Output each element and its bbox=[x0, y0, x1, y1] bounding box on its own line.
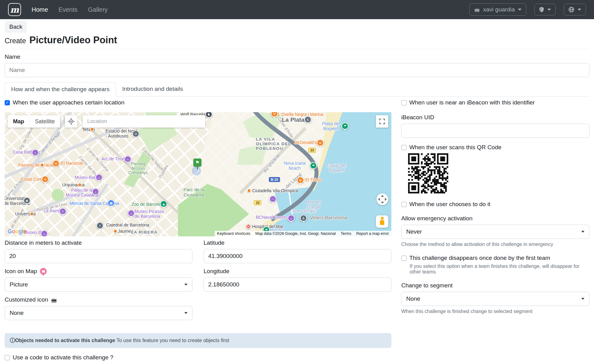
map-type-satellite-button[interactable]: Satellite bbox=[30, 115, 60, 128]
approach-location-checkbox-row[interactable]: When the user approaches certain locatio… bbox=[5, 99, 391, 106]
info-icon: ⓘ bbox=[10, 337, 15, 343]
map-pan-control[interactable] bbox=[377, 193, 388, 205]
title-prefix: Create bbox=[5, 37, 26, 45]
map-marker[interactable]: ⚓ bbox=[304, 116, 312, 123]
metro-station-icon[interactable] bbox=[40, 163, 44, 167]
map-marker[interactable]: ⊙ bbox=[132, 130, 140, 138]
map-label: Moll del Gregal bbox=[306, 200, 321, 210]
fullscreen-button[interactable] bbox=[376, 115, 388, 128]
map-marker[interactable]: ☂ bbox=[342, 123, 349, 130]
emergency-help: Choose the method to allow activation of… bbox=[401, 242, 589, 247]
checkbox-checked[interactable] bbox=[5, 100, 10, 105]
map-marker[interactable]: ∩ bbox=[124, 156, 131, 163]
qr-checkbox-row[interactable]: When the user scans this QR Code bbox=[401, 144, 589, 151]
map-label: LA VILA OLÍMPICA DEL POBLENOU bbox=[256, 137, 291, 151]
map-pin-camera-icon bbox=[40, 268, 47, 275]
use-code-checkbox-row[interactable]: Use a code to activate this challenge ? bbox=[5, 354, 391, 361]
map-type-map-button[interactable]: Map bbox=[8, 115, 29, 128]
map-marker[interactable]: Ψ bbox=[297, 177, 304, 184]
ibeacon-checkbox-row[interactable]: When user is near an iBeacon with this i… bbox=[401, 99, 589, 106]
location-search-input[interactable] bbox=[83, 115, 205, 128]
divider bbox=[5, 49, 589, 49]
map-marker[interactable]: ▦ bbox=[108, 200, 115, 207]
icon-on-map-label-text: Icon on Map bbox=[5, 268, 37, 275]
chevron-down-icon bbox=[581, 231, 584, 233]
chevron-down-icon bbox=[184, 284, 187, 286]
emergency-label: Allow emergency activation bbox=[401, 215, 589, 222]
nav-item-gallery[interactable]: Gallery bbox=[88, 6, 108, 13]
app-logo[interactable]: m bbox=[8, 3, 21, 16]
back-button[interactable]: Back bbox=[5, 21, 27, 33]
ibeacon-uid-input[interactable] bbox=[401, 124, 589, 138]
checkbox-unchecked[interactable] bbox=[401, 145, 407, 150]
metro-station-icon[interactable] bbox=[247, 189, 251, 193]
icon-on-map-value: Picture bbox=[10, 281, 28, 288]
map-label: Platja del Bogatell bbox=[322, 121, 340, 131]
language-menu-button[interactable] bbox=[564, 4, 586, 15]
segment-select[interactable]: None bbox=[401, 292, 589, 306]
map-label: Velers Barcelona bbox=[310, 215, 347, 221]
longitude-input[interactable] bbox=[204, 277, 391, 292]
shield-icon bbox=[539, 6, 544, 13]
pegman-control[interactable] bbox=[376, 215, 388, 228]
customized-icon-select[interactable]: None bbox=[5, 306, 192, 320]
metro-station-icon[interactable] bbox=[114, 229, 118, 233]
tab-introduction[interactable]: Introduction and details bbox=[116, 82, 189, 96]
map-data-text: Map data ©2026 Google, Inst. Geogr. Naci… bbox=[253, 231, 338, 236]
latitude-input[interactable] bbox=[204, 249, 391, 263]
map-marker[interactable]: H bbox=[246, 224, 251, 229]
ibeacon-label: When user is near an iBeacon with this i… bbox=[409, 99, 535, 106]
pegman-icon bbox=[380, 220, 384, 225]
metro-station-icon[interactable] bbox=[30, 212, 34, 216]
map-marker[interactable]: ⌂ bbox=[288, 215, 295, 222]
map-marker[interactable]: ⌂ bbox=[96, 174, 103, 181]
map-marker[interactable]: ♪ bbox=[92, 188, 99, 195]
challenge-location-marker[interactable]: ⚑ bbox=[193, 159, 201, 167]
map-marker[interactable]: ⌂ bbox=[128, 210, 135, 217]
map-marker[interactable]: Ψ bbox=[317, 139, 324, 146]
name-input[interactable] bbox=[5, 63, 589, 77]
map-marker[interactable]: ⌂ bbox=[32, 149, 39, 156]
map-label: LA RIBERA bbox=[131, 230, 158, 235]
admin-menu-button[interactable] bbox=[534, 4, 556, 15]
checkbox-unchecked[interactable] bbox=[401, 202, 407, 207]
map-marker[interactable]: Ψ bbox=[53, 160, 60, 167]
map-marker[interactable]: ∷ bbox=[269, 196, 277, 203]
metro-station-icon[interactable] bbox=[90, 128, 94, 132]
checkbox-unchecked[interactable] bbox=[401, 256, 407, 261]
icon-on-map-select[interactable]: Picture bbox=[5, 277, 192, 292]
google-logo-letter: e bbox=[24, 228, 27, 235]
disappears-checkbox-row[interactable]: This challenge disappears once done by t… bbox=[401, 255, 589, 261]
map-marker[interactable]: † bbox=[59, 208, 67, 215]
map-marker[interactable]: ♣ bbox=[160, 201, 167, 208]
emergency-select[interactable]: Never bbox=[401, 225, 589, 239]
customized-icon-label-text: Customized icon bbox=[5, 296, 48, 303]
map-marker[interactable]: ⚓ bbox=[300, 215, 307, 222]
chooses-checkbox-row[interactable]: When the user chooses to do it bbox=[401, 201, 589, 208]
map-marker[interactable]: ⌂ bbox=[41, 230, 48, 237]
terms-link[interactable]: Terms bbox=[338, 231, 354, 236]
map-label: El Nacional bbox=[61, 161, 83, 166]
report-error-link[interactable]: Report a map error bbox=[354, 231, 391, 236]
keyboard-shortcuts-link[interactable]: Keyboard shortcuts bbox=[215, 231, 253, 236]
longitude-label: Longitude bbox=[204, 268, 391, 275]
map-label: Passeig de Gràcia bbox=[18, 163, 54, 168]
chevron-down-icon bbox=[547, 9, 551, 11]
map-marker[interactable]: ☂ bbox=[310, 162, 317, 169]
globe-icon bbox=[568, 6, 575, 13]
metro-station-icon[interactable] bbox=[78, 183, 82, 187]
map-marker[interactable]: ◈ bbox=[24, 197, 31, 204]
distance-input[interactable] bbox=[5, 249, 192, 263]
google-logo-letter: g bbox=[19, 228, 22, 235]
tab-how-and-when[interactable]: How and when the challenge appears bbox=[5, 82, 116, 96]
map-marker[interactable]: † bbox=[97, 222, 104, 229]
map-marker[interactable]: Ψ bbox=[42, 176, 49, 183]
user-menu-button[interactable]: xavi guardia bbox=[469, 3, 526, 16]
checkbox-unchecked[interactable] bbox=[401, 100, 407, 105]
map[interactable]: Pg. de GràciaCarrer d'AragóCarrer d'Arag… bbox=[5, 112, 391, 236]
google-logo-letter: G bbox=[8, 228, 12, 235]
checkbox-unchecked[interactable] bbox=[5, 355, 10, 360]
nav-item-home[interactable]: Home bbox=[32, 6, 48, 13]
my-location-button[interactable] bbox=[65, 115, 77, 128]
nav-item-events[interactable]: Events bbox=[58, 6, 77, 13]
